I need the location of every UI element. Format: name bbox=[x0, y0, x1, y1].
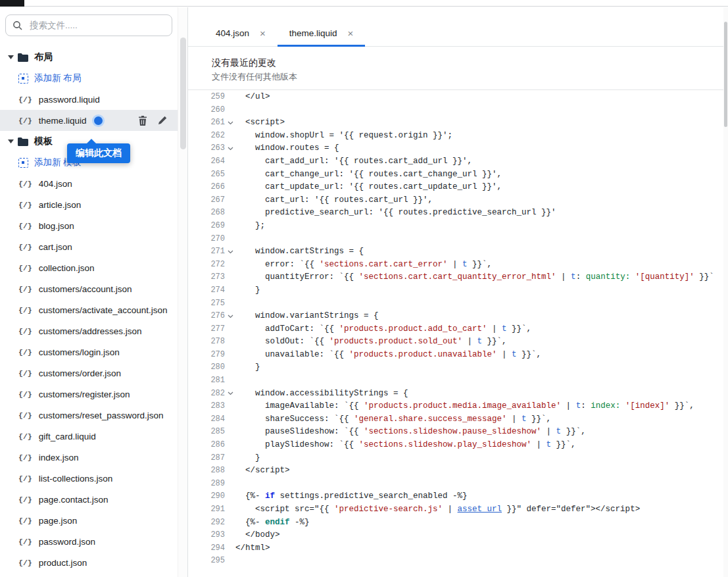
code-token: | bbox=[443, 505, 458, 514]
file-item[interactable]: {/}collection.json bbox=[0, 257, 178, 278]
file-name: index.json bbox=[39, 453, 79, 463]
fold-toggle-icon[interactable] bbox=[225, 116, 235, 130]
code-line[interactable]: 262 window.shopUrl = '{{ request.origin … bbox=[197, 130, 723, 143]
code-line[interactable]: 269 }; bbox=[197, 220, 723, 233]
code-token: t bbox=[522, 414, 527, 424]
code-line[interactable]: 293 </body> bbox=[197, 529, 723, 542]
file-item[interactable]: {/}password.json bbox=[0, 531, 178, 552]
sidebar-scrollbar[interactable] bbox=[178, 7, 187, 577]
code-line[interactable]: 288 </script> bbox=[197, 464, 723, 478]
tab-close-icon[interactable]: × bbox=[260, 28, 266, 38]
code-line[interactable]: 287 } bbox=[197, 452, 723, 465]
code-line[interactable]: 294</html> bbox=[197, 542, 723, 555]
code-line[interactable]: 278 soldOut: `{{ 'products.product.sold_… bbox=[197, 336, 723, 349]
code-line[interactable]: 281 bbox=[197, 374, 723, 388]
code-line[interactable]: 284 shareSuccess: `{{ 'general.share.suc… bbox=[197, 413, 723, 426]
sidebar-scrollbar-thumb[interactable] bbox=[180, 38, 186, 149]
page-scrollbar[interactable] bbox=[723, 7, 728, 577]
file-item[interactable]: {/}404.json bbox=[0, 173, 178, 194]
delete-file-icon[interactable] bbox=[133, 116, 153, 126]
code-line[interactable]: 266 cart_update_url: '{{ routes.cart_upd… bbox=[197, 181, 723, 194]
fold-toggle-icon[interactable] bbox=[225, 310, 235, 323]
code-line[interactable]: 265 cart_change_url: '{{ routes.cart_cha… bbox=[197, 168, 723, 182]
code-line[interactable]: 272 error: `{{ 'sections.cart.cart_error… bbox=[197, 259, 723, 272]
file-item[interactable]: {/}customers/addresses.json bbox=[0, 320, 178, 341]
code-line[interactable]: 289 bbox=[197, 478, 723, 491]
editor-panel: 404.json×theme.liquid× 没有最近的更改 文件没有任何其他版… bbox=[188, 7, 723, 577]
code-line[interactable]: 263 window.routes = { bbox=[197, 142, 723, 155]
page-scrollbar-thumb[interactable] bbox=[724, 22, 727, 127]
code-line[interactable]: 283 imageAvailable: `{{ 'products.produc… bbox=[197, 400, 723, 413]
code-line[interactable]: 277 addToCart: `{{ 'products.product.add… bbox=[197, 323, 723, 336]
edit-indicator-dot[interactable] bbox=[94, 116, 103, 125]
file-item[interactable]: {/}customers/order.json bbox=[0, 363, 178, 384]
fold-toggle-icon[interactable] bbox=[225, 388, 235, 401]
tab-close-icon[interactable]: × bbox=[348, 28, 354, 38]
code-text: playSlideshow: `{{ 'sections.slideshow.p… bbox=[235, 439, 576, 452]
file-item[interactable]: {/}cart.json bbox=[0, 236, 178, 257]
code-line[interactable]: 286 playSlideshow: `{{ 'sections.slidesh… bbox=[197, 439, 723, 452]
code-token: window.variantStrings = { bbox=[235, 311, 379, 320]
code-text: </ul> bbox=[235, 91, 270, 104]
code-line[interactable]: 264 cart_add_url: '{{ routes.cart_add_ur… bbox=[197, 155, 723, 168]
code-editor[interactable]: 259 </ul>260261 <script>262 window.shopU… bbox=[188, 90, 723, 568]
code-line[interactable]: 295 bbox=[197, 555, 723, 568]
file-item[interactable]: {/}customers/reset_password.json bbox=[0, 405, 178, 426]
code-line[interactable]: 273 quantityError: `{{ 'sections.cart.ca… bbox=[197, 271, 723, 284]
file-item[interactable]: {/}customers/activate_account.json bbox=[0, 299, 178, 320]
code-token: }}" defer="defer"></script> bbox=[502, 505, 640, 514]
chevron-down-icon[interactable] bbox=[5, 139, 16, 143]
code-line[interactable]: 291 <script src="{{ 'predictive-search.j… bbox=[197, 503, 723, 516]
code-token: 'products.product.add_to_cart' bbox=[339, 324, 487, 334]
line-number: 288 bbox=[197, 464, 225, 478]
add-new-row[interactable]: 添加新 布局 bbox=[0, 68, 178, 89]
code-line[interactable]: 268 predictive_search_url: '{{ routes.pr… bbox=[197, 207, 723, 220]
code-line[interactable]: 292 {%- endif -%} bbox=[197, 516, 723, 530]
file-item[interactable]: {/}product.json bbox=[0, 552, 178, 573]
file-item[interactable]: {/}gift_card.liquid bbox=[0, 426, 178, 447]
code-line[interactable]: 290 {%- if settings.predictive_search_en… bbox=[197, 490, 723, 503]
code-line[interactable]: 276 window.variantStrings = { bbox=[197, 310, 723, 323]
search-input[interactable] bbox=[5, 14, 172, 36]
code-line[interactable]: 275 bbox=[197, 297, 723, 311]
file-item[interactable]: {/}page.contact.json bbox=[0, 489, 178, 510]
file-item[interactable]: {/}theme.liquid bbox=[0, 110, 178, 131]
code-line[interactable]: 280 } bbox=[197, 361, 723, 374]
file-item[interactable]: {/}blog.json bbox=[0, 215, 178, 236]
code-line[interactable]: 271 window.cartStrings = { bbox=[197, 245, 723, 259]
code-line[interactable]: 274 } bbox=[197, 284, 723, 297]
file-item[interactable]: {/}customers/login.json bbox=[0, 341, 178, 363]
rename-file-icon[interactable] bbox=[153, 116, 172, 125]
folder-row[interactable]: 布局 bbox=[0, 47, 178, 68]
file-item[interactable]: {/}customers/register.json bbox=[0, 384, 178, 405]
file-type-icon: {/} bbox=[18, 95, 32, 104]
code-text: } bbox=[235, 452, 260, 465]
code-line[interactable]: 285 pauseSlideshow: `{{ 'sections.slides… bbox=[197, 426, 723, 439]
code-line[interactable]: 259 </ul> bbox=[197, 91, 723, 104]
code-line[interactable]: 282 window.accessibilityStrings = { bbox=[197, 388, 723, 401]
code-line[interactable]: 267 cart_url: '{{ routes.cart_url }}', bbox=[197, 194, 723, 207]
file-item[interactable]: {/}list-collections.json bbox=[0, 468, 178, 489]
code-line[interactable]: 261 <script> bbox=[197, 116, 723, 130]
file-item[interactable]: {/}index.json bbox=[0, 447, 178, 468]
file-item[interactable]: {/}customers/account.json bbox=[0, 278, 178, 299]
fold-toggle-icon[interactable] bbox=[225, 245, 235, 259]
chevron-down-icon[interactable] bbox=[5, 55, 16, 59]
file-item[interactable]: {/}page.json bbox=[0, 510, 178, 531]
code-line[interactable]: 270 bbox=[197, 233, 723, 246]
editor-tab[interactable]: 404.json× bbox=[204, 20, 278, 46]
code-text: {%- if settings.predictive_search_enable… bbox=[235, 490, 468, 503]
editor-tab[interactable]: theme.liquid× bbox=[278, 20, 366, 46]
file-type-icon: {/} bbox=[18, 411, 32, 420]
code-token: t bbox=[477, 337, 483, 346]
code-text: window.cartStrings = { bbox=[235, 245, 364, 259]
code-line[interactable]: 279 unavailable: `{{ 'products.product.u… bbox=[197, 349, 723, 362]
fold-toggle-icon[interactable] bbox=[225, 142, 235, 155]
code-token: window.accessibilityStrings = { bbox=[235, 389, 408, 398]
revision-title: 没有最近的更改 bbox=[212, 56, 700, 69]
file-item[interactable]: {/}password.liquid bbox=[0, 89, 178, 110]
line-number: 271 bbox=[197, 245, 225, 259]
code-line[interactable]: 260 bbox=[197, 104, 723, 117]
file-item[interactable]: {/}article.json bbox=[0, 194, 178, 215]
line-number: 290 bbox=[197, 490, 225, 503]
